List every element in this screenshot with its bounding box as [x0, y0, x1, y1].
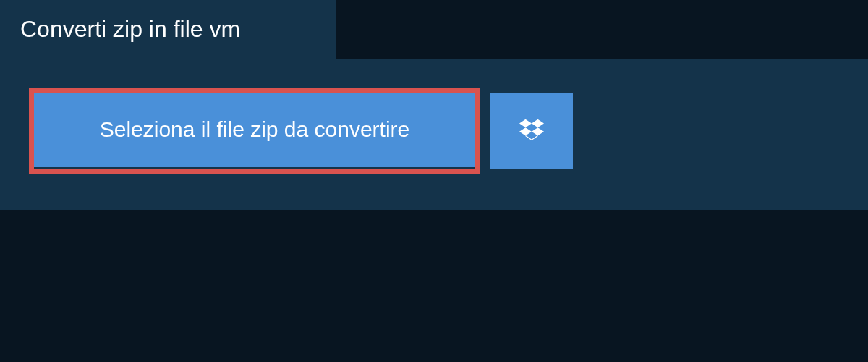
select-file-button[interactable]: Seleziona il file zip da convertire [34, 93, 475, 167]
page-title-tab: Converti zip in file vm [0, 0, 336, 59]
dropbox-button[interactable] [490, 93, 573, 169]
main-panel: Seleziona il file zip da convertire [0, 59, 868, 210]
button-row: Seleziona il file zip da convertire [29, 88, 839, 174]
select-file-label: Seleziona il file zip da convertire [100, 117, 410, 141]
select-file-highlight: Seleziona il file zip da convertire [29, 88, 480, 174]
page-title: Converti zip in file vm [20, 16, 240, 42]
dropbox-icon [519, 117, 544, 144]
